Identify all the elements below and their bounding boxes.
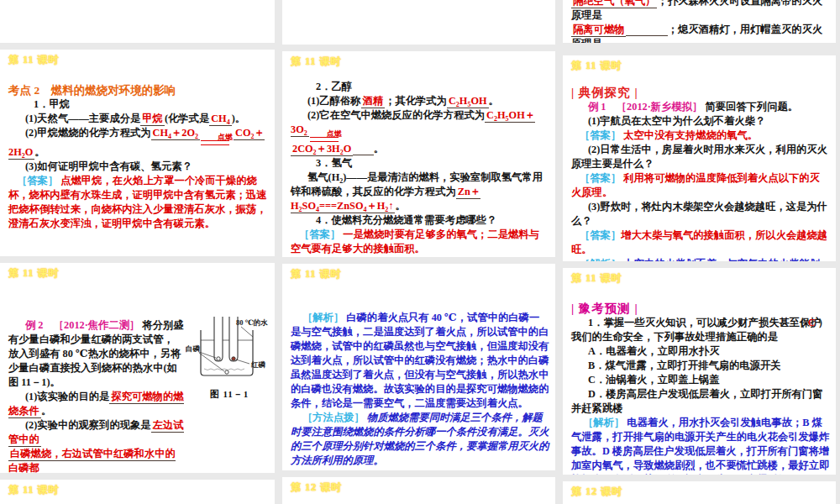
text-line: 例 2 ［2012·焦作二测］ 将分别盛有少量白磷和少量红磷的两支试管，放入到盛… [8,318,184,390]
slide-page-next-right[interactable]: 第 12 课时 [563,481,836,504]
text-line: 3．氢气 [291,156,549,171]
text-segment: ［答案］ [580,129,621,141]
text-line: 1．掌握一些灭火知识，可以减少财产损失甚至保护我们的生命安全，下列事故处理措施正… [571,316,830,344]
text-segment: 太空中没有支持燃烧的氧气。 [621,129,758,141]
text-segment: | 豫考预测 | [571,302,638,315]
slide-content: ［解析］ 白磷的着火点只有 40 ℃，试管中的白磷一是与空气接触，二是温度达到了… [291,311,549,468]
text-segment: 1．甲烷 [34,98,70,110]
slide-header-label: 第 11 课时 [571,271,622,286]
text-segment: 简要回答下列问题。 [702,101,798,113]
text-line: (2)甲烷燃烧的化学方程式为CH4＋2O2点燃CO2＋2H2O。 [8,126,269,160]
text-segment: (2)日常生活中，房屋着火时用水来灭火，利用的灭火原理主要是什么？ [571,144,827,170]
text-segment: A．电器着火，立即用水扑灭 [588,345,719,357]
text-line: 1．甲烷 [8,97,269,112]
text-line: B．煤气泄露，立即打开排气扇的电源开关 [571,359,830,373]
text-line: ［答案］增大木柴与氧气的接触面积，所以火会越烧越旺。 [571,228,830,257]
text-segment: CH4＋2O2 [151,127,200,140]
slide-header-label: 第 12 课时 [291,480,342,495]
text-segment: CH4 [209,113,231,126]
text-segment: 。 [34,146,45,158]
text-line: 5．酸雨是如何形成的？ [291,256,549,257]
text-segment: ［解析］ [583,417,624,428]
text-segment: (1)该实验的目的是 [25,391,109,402]
text-line: (2)实验中的观察到的现象是左边试管中的 [8,418,184,447]
slide-header-label: 第 11 课时 [291,267,341,281]
text-segment: 例 1 ［2012·新乡模拟］ [588,101,702,113]
red-phosphorus-dot [232,357,235,360]
text-line: 4．使燃料充分燃烧通常需要考虑哪些？ [291,213,549,228]
text-segment: 甲烷 [140,113,165,126]
slide-page-example2[interactable]: 第 11 课时 例 2 ［2012·焦作二测］ 将分别盛有少量白磷和少量红磷的两… [0,263,275,473]
text-segment: 白磷的着火点只有 40 ℃，试管中的白磷一是与空气接触，二是温度达到了着火点，所… [291,312,549,409]
slide-header-label: 第 12 课时 [571,485,622,499]
text-line: | 典例探究 | [571,86,830,100]
slide-page-example2-analysis[interactable]: 第 11 课时 ［解析］ 白磷的着火点只有 40 ℃，试管中的白磷一是与空气接触… [282,264,555,470]
text-line: 例 1 ［2012·新乡模拟］ 简要回答下列问题。 [571,100,830,114]
white-phosphorus-dot [217,357,220,360]
text-segment [353,143,374,155]
text-line: (1)乙醇俗称酒精；其化学式为C2H5OH。 [291,94,549,108]
slide-page-example1[interactable]: 第 11 课时 | 典例探究 |例 1 ［2012·新乡模拟］ 简要回答下列问题… [563,55,836,261]
slide-page-prev-left[interactable] [0,0,275,43]
beaker-experiment-figure: 80 ℃的水 白磷 红磷 [186,317,273,384]
text-segment: ［解析］ [580,258,621,261]
slide-header-label: 第 11 课时 [291,55,341,69]
text-line: (1)天然气——主要成分是甲烷(化学式是CH4)。 [8,112,269,126]
text-segment: C．油锅着火，立即盖上锅盖 [588,374,719,386]
text-line: 考点 2 燃料的燃烧对环境的影响 [8,83,269,97]
text-segment: ［答案］ [299,228,340,240]
white-phosphorus-in-water-dot [225,370,228,374]
slide-content: | 典例探究 |例 1 ［2012·新乡模拟］ 简要回答下列问题。(1)宇航员在… [571,86,830,261]
text-line: A．电器着火，立即用水扑灭 [571,344,830,359]
text-segment: C [808,317,816,328]
text-line: (1)宇航员在太空中为什么划不着火柴？ [571,114,830,129]
water-temp-label: 80 ℃的水 [236,318,268,327]
slide-page-prev-right[interactable]: 隔绝空气（氧气）；扑灭森林火灾时设置隔离带的灭火原理是隔离可燃物 ；熄灭酒精灯，… [563,0,836,43]
text-segment: )。 [232,113,245,124]
text-line: ［解析］ 太空中的火柴划不着，与空气中的火柴能划着对比，就可知太空中没有氧气；水… [571,257,830,261]
text-line: (3)野炊时，将灶内木柴架空火会越烧越旺，这是为什么？ [571,200,830,228]
text-segment: 隔离可燃物 [571,24,626,37]
text-segment: 。 [489,95,499,107]
text-segment: (2)实验中的观察到的现象是 [25,419,151,431]
text-segment: ） [816,317,828,328]
text-segment: （ [795,317,807,328]
ignite-condition: 点燃 [201,134,233,145]
text-line: ［方法点拨］ 物质燃烧需要同时满足三个条件，解题时要注意围绕燃烧的条件分析哪一个… [291,411,549,468]
slide-header-label: 第 11 课时 [8,483,59,497]
text-segment: ［答案］ [17,175,58,186]
text-segment: ［方法点拨］ [302,412,365,423]
text-segment: (2)甲烷燃烧的化学方程式为 [25,127,151,139]
text-segment: 例 2 ［2012·焦作二测］ [25,319,139,331]
text-line: ［解析］ 电器着火，用水扑灭会引发触电事故；B 煤气泄露，打开排气扇的电源开关产… [571,416,830,475]
text-line: (2)日常生活中，房屋着火时用水来灭火，利用的灭火原理主要是什么？ [571,143,830,171]
slide-content: | 豫考预测 |1．掌握一些灭火知识，可以减少财产损失甚至保护我们的生命安全，下… [571,302,830,475]
text-line: 隔离可燃物 ；熄灭酒精灯，用灯帽盖灭的灭火原理是 [571,23,830,43]
slide-page-prediction-q1[interactable]: 第 11 课时 | 豫考预测 |1．掌握一些灭火知识，可以减少财产损失甚至保护我… [563,268,836,475]
text-segment: (1)乙醇俗称 [307,95,361,107]
slide-page-next-mid[interactable]: 第 12 课时 [282,477,555,504]
slide-page-prev-mid[interactable] [282,0,555,45]
text-line: 2CO2＋3H2O 。 [291,142,549,156]
figure-caption: 图 11－1 [186,388,273,401]
slide-content: 隔绝空气（氧气）；扑灭森林火灾时设置隔离带的灭火原理是隔离可燃物 ；熄灭酒精灯，… [571,0,830,43]
white-phosphorus-label: 白磷 [186,344,201,353]
text-line: | 豫考预测 | [571,302,830,316]
text-segment: (化学式是 [165,113,209,124]
text-line: 2．乙醇 [291,80,549,94]
text-segment: 3．氢气 [316,157,352,169]
text-segment: 。 [395,200,405,212]
text-line: 氢气(H2)——是最清洁的燃料，实验室制取氢气常用锌和稀硫酸，其反应的化学方程式… [291,171,549,213]
slide-page-ethanol-hydrogen[interactable]: 第 11 课时 2．乙醇(1)乙醇俗称酒精；其化学式为C2H5OH。(2)它在空… [282,51,555,257]
text-line: (2)它在空气中燃烧反应的化学方程式为C2H5OH＋3O2点燃 [291,108,549,142]
slide-page-next-left[interactable]: 第 11 课时 [0,480,275,504]
slide-header-label: 第 11 课时 [571,59,622,73]
slide-header-label: 第 11 课时 [8,266,59,281]
text-line: ［答案］ 利用将可燃物的温度降低到着火点以下的灭火原理。 [571,171,830,200]
slide-page-topic2-methane[interactable]: 第 11 课时 考点 2 燃料的燃烧对环境的影响1．甲烷(1)天然气——主要成分… [0,50,275,256]
text-segment: (3)野炊时，将灶内木柴架空火会越烧越旺，这是为什么？ [571,201,827,227]
text-segment: B．煤气泄露，立即打开排气扇的电源开关 [588,360,781,371]
text-segment: 考点 2 燃料的燃烧对环境的影响 [8,84,176,97]
text-line: ［答案］ 太空中没有支持燃烧的氧气。 [571,129,830,143]
red-phosphorus-label: 红磷 [250,360,266,369]
